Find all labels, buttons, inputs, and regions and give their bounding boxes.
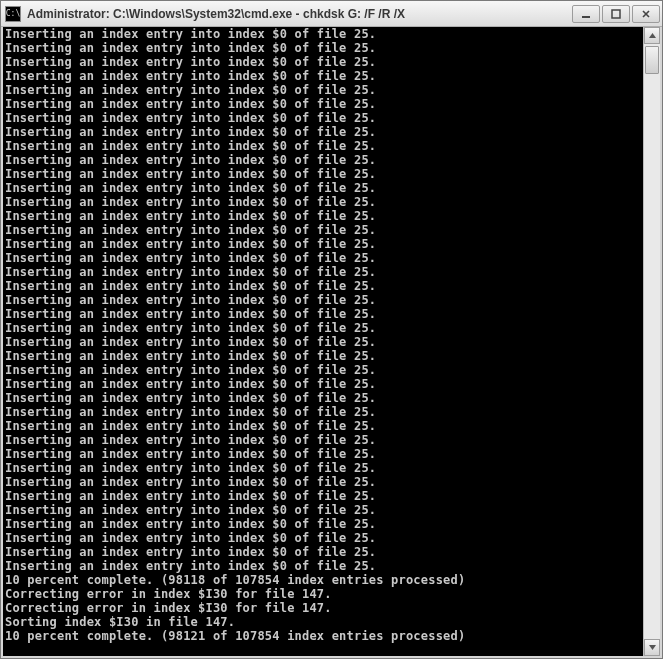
minimize-icon	[581, 9, 591, 19]
close-icon	[641, 9, 651, 19]
maximize-icon	[611, 9, 621, 19]
window-title: Administrator: C:\Windows\System32\cmd.e…	[27, 7, 570, 21]
window-controls	[570, 5, 660, 23]
close-button[interactable]	[632, 5, 660, 23]
svg-marker-5	[649, 645, 656, 650]
svg-rect-1	[612, 10, 620, 18]
vertical-scrollbar[interactable]	[643, 27, 660, 656]
svg-rect-0	[582, 16, 590, 18]
client-area: Inserting an index entry into index $0 o…	[1, 27, 662, 658]
chevron-up-icon	[648, 31, 657, 40]
svg-marker-4	[649, 33, 656, 38]
scroll-thumb[interactable]	[645, 46, 659, 74]
scroll-up-button[interactable]	[644, 27, 660, 44]
scroll-track[interactable]	[644, 44, 660, 639]
minimize-button[interactable]	[572, 5, 600, 23]
console-output[interactable]: Inserting an index entry into index $0 o…	[3, 27, 643, 656]
chevron-down-icon	[648, 643, 657, 652]
cmd-window: C:\ Administrator: C:\Windows\System32\c…	[0, 0, 663, 659]
titlebar[interactable]: C:\ Administrator: C:\Windows\System32\c…	[1, 1, 662, 27]
cmd-app-icon: C:\	[5, 6, 21, 22]
maximize-button[interactable]	[602, 5, 630, 23]
scroll-down-button[interactable]	[644, 639, 660, 656]
